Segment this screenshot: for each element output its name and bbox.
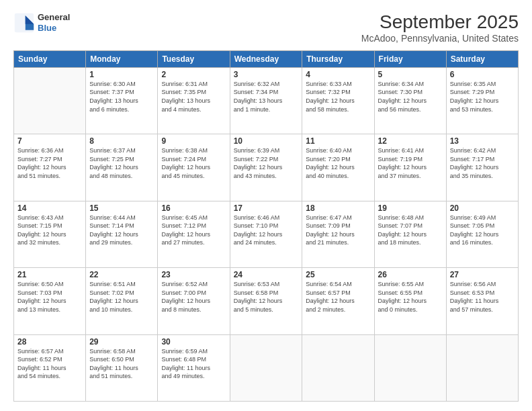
day-number: 27 xyxy=(450,270,515,279)
day-number: 20 xyxy=(450,203,515,213)
weekday-header-sunday: Sunday xyxy=(14,50,86,67)
day-number: 4 xyxy=(306,70,370,79)
day-info: Sunrise: 6:35 AM Sunset: 7:29 PM Dayligh… xyxy=(450,80,515,113)
day-number: 7 xyxy=(17,136,82,146)
day-number: 24 xyxy=(234,270,299,279)
calendar-cell: 25Sunrise: 6:54 AM Sunset: 6:57 PM Dayli… xyxy=(302,268,374,334)
weekday-header-friday: Friday xyxy=(374,50,446,67)
calendar-cell xyxy=(14,67,86,134)
header: General Blue September 2025 McAdoo, Penn… xyxy=(13,12,519,44)
calendar-cell: 26Sunrise: 6:55 AM Sunset: 6:55 PM Dayli… xyxy=(374,268,446,334)
day-info: Sunrise: 6:37 AM Sunset: 7:25 PM Dayligh… xyxy=(89,146,154,180)
subtitle: McAdoo, Pennsylvania, United States xyxy=(361,33,519,44)
day-number: 26 xyxy=(378,270,443,279)
day-info: Sunrise: 6:54 AM Sunset: 6:57 PM Dayligh… xyxy=(306,280,370,314)
day-number: 28 xyxy=(17,337,82,347)
day-info: Sunrise: 6:55 AM Sunset: 6:55 PM Dayligh… xyxy=(378,280,443,314)
day-number: 3 xyxy=(234,70,299,79)
calendar-cell: 19Sunrise: 6:48 AM Sunset: 7:07 PM Dayli… xyxy=(374,201,446,267)
day-info: Sunrise: 6:39 AM Sunset: 7:22 PM Dayligh… xyxy=(234,146,299,180)
day-info: Sunrise: 6:48 AM Sunset: 7:07 PM Dayligh… xyxy=(378,214,443,247)
day-number: 25 xyxy=(306,270,370,279)
day-info: Sunrise: 6:41 AM Sunset: 7:19 PM Dayligh… xyxy=(378,146,443,180)
day-number: 17 xyxy=(234,203,299,213)
day-info: Sunrise: 6:52 AM Sunset: 7:00 PM Dayligh… xyxy=(161,280,226,314)
calendar-cell: 12Sunrise: 6:41 AM Sunset: 7:19 PM Dayli… xyxy=(374,134,446,201)
calendar-cell: 11Sunrise: 6:40 AM Sunset: 7:20 PM Dayli… xyxy=(302,134,374,201)
day-info: Sunrise: 6:38 AM Sunset: 7:24 PM Dayligh… xyxy=(161,146,226,180)
calendar-cell: 15Sunrise: 6:44 AM Sunset: 7:14 PM Dayli… xyxy=(86,201,158,267)
calendar-cell: 10Sunrise: 6:39 AM Sunset: 7:22 PM Dayli… xyxy=(230,134,302,201)
logo: General Blue xyxy=(13,12,70,34)
calendar-cell: 29Sunrise: 6:58 AM Sunset: 6:50 PM Dayli… xyxy=(86,334,158,401)
calendar-cell: 14Sunrise: 6:43 AM Sunset: 7:15 PM Dayli… xyxy=(14,201,86,267)
week-row-2: 7Sunrise: 6:36 AM Sunset: 7:27 PM Daylig… xyxy=(14,134,519,201)
day-number: 18 xyxy=(306,203,370,213)
calendar-cell: 30Sunrise: 6:59 AM Sunset: 6:48 PM Dayli… xyxy=(158,334,230,401)
page: General Blue September 2025 McAdoo, Penn… xyxy=(0,0,532,411)
week-row-3: 14Sunrise: 6:43 AM Sunset: 7:15 PM Dayli… xyxy=(14,201,519,267)
weekday-header-saturday: Saturday xyxy=(446,50,518,67)
day-info: Sunrise: 6:40 AM Sunset: 7:20 PM Dayligh… xyxy=(306,146,370,180)
day-number: 29 xyxy=(89,337,154,347)
logo-icon xyxy=(13,12,35,34)
calendar-cell xyxy=(230,334,302,401)
day-info: Sunrise: 6:43 AM Sunset: 7:15 PM Dayligh… xyxy=(17,214,82,247)
week-row-4: 21Sunrise: 6:50 AM Sunset: 7:03 PM Dayli… xyxy=(14,268,519,334)
day-info: Sunrise: 6:36 AM Sunset: 7:27 PM Dayligh… xyxy=(17,146,82,180)
day-number: 19 xyxy=(378,203,443,213)
calendar-cell: 6Sunrise: 6:35 AM Sunset: 7:29 PM Daylig… xyxy=(446,67,518,134)
day-info: Sunrise: 6:56 AM Sunset: 6:53 PM Dayligh… xyxy=(450,280,515,314)
calendar-cell: 20Sunrise: 6:49 AM Sunset: 7:05 PM Dayli… xyxy=(446,201,518,267)
day-info: Sunrise: 6:45 AM Sunset: 7:12 PM Dayligh… xyxy=(161,214,226,247)
title-block: September 2025 McAdoo, Pennsylvania, Uni… xyxy=(361,12,519,44)
week-row-1: 1Sunrise: 6:30 AM Sunset: 7:37 PM Daylig… xyxy=(14,67,519,134)
day-info: Sunrise: 6:30 AM Sunset: 7:37 PM Dayligh… xyxy=(89,80,154,113)
day-number: 8 xyxy=(89,136,154,146)
day-info: Sunrise: 6:53 AM Sunset: 6:58 PM Dayligh… xyxy=(234,280,299,314)
week-row-5: 28Sunrise: 6:57 AM Sunset: 6:52 PM Dayli… xyxy=(14,334,519,401)
day-number: 6 xyxy=(450,70,515,79)
weekday-header-monday: Monday xyxy=(86,50,158,67)
calendar-cell: 24Sunrise: 6:53 AM Sunset: 6:58 PM Dayli… xyxy=(230,268,302,334)
calendar-cell: 13Sunrise: 6:42 AM Sunset: 7:17 PM Dayli… xyxy=(446,134,518,201)
calendar-cell: 16Sunrise: 6:45 AM Sunset: 7:12 PM Dayli… xyxy=(158,201,230,267)
day-number: 13 xyxy=(450,136,515,146)
day-number: 11 xyxy=(306,136,370,146)
day-info: Sunrise: 6:44 AM Sunset: 7:14 PM Dayligh… xyxy=(89,214,154,247)
logo-text: General Blue xyxy=(38,12,70,33)
day-number: 9 xyxy=(161,136,226,146)
calendar-cell: 17Sunrise: 6:46 AM Sunset: 7:10 PM Dayli… xyxy=(230,201,302,267)
weekday-header-tuesday: Tuesday xyxy=(158,50,230,67)
calendar-cell xyxy=(446,334,518,401)
calendar-cell: 21Sunrise: 6:50 AM Sunset: 7:03 PM Dayli… xyxy=(14,268,86,334)
calendar-cell xyxy=(374,334,446,401)
day-info: Sunrise: 6:49 AM Sunset: 7:05 PM Dayligh… xyxy=(450,214,515,247)
weekday-header-thursday: Thursday xyxy=(302,50,374,67)
day-number: 10 xyxy=(234,136,299,146)
day-number: 12 xyxy=(378,136,443,146)
day-info: Sunrise: 6:58 AM Sunset: 6:50 PM Dayligh… xyxy=(89,347,154,381)
day-number: 14 xyxy=(17,203,82,213)
calendar-cell: 18Sunrise: 6:47 AM Sunset: 7:09 PM Dayli… xyxy=(302,201,374,267)
calendar-cell: 27Sunrise: 6:56 AM Sunset: 6:53 PM Dayli… xyxy=(446,268,518,334)
calendar-cell xyxy=(302,334,374,401)
calendar-cell: 8Sunrise: 6:37 AM Sunset: 7:25 PM Daylig… xyxy=(86,134,158,201)
day-number: 1 xyxy=(89,70,154,79)
main-title: September 2025 xyxy=(361,12,519,33)
day-number: 16 xyxy=(161,203,226,213)
day-info: Sunrise: 6:59 AM Sunset: 6:48 PM Dayligh… xyxy=(161,347,226,381)
calendar-cell: 2Sunrise: 6:31 AM Sunset: 7:35 PM Daylig… xyxy=(158,67,230,134)
calendar-cell: 4Sunrise: 6:33 AM Sunset: 7:32 PM Daylig… xyxy=(302,67,374,134)
day-number: 15 xyxy=(89,203,154,213)
day-number: 21 xyxy=(17,270,82,279)
calendar-cell: 23Sunrise: 6:52 AM Sunset: 7:00 PM Dayli… xyxy=(158,268,230,334)
weekday-header-wednesday: Wednesday xyxy=(230,50,302,67)
day-info: Sunrise: 6:32 AM Sunset: 7:34 PM Dayligh… xyxy=(234,80,299,113)
day-number: 23 xyxy=(161,270,226,279)
calendar-cell: 22Sunrise: 6:51 AM Sunset: 7:02 PM Dayli… xyxy=(86,268,158,334)
day-number: 5 xyxy=(378,70,443,79)
day-number: 30 xyxy=(161,337,226,347)
day-info: Sunrise: 6:46 AM Sunset: 7:10 PM Dayligh… xyxy=(234,214,299,247)
day-info: Sunrise: 6:31 AM Sunset: 7:35 PM Dayligh… xyxy=(161,80,226,113)
